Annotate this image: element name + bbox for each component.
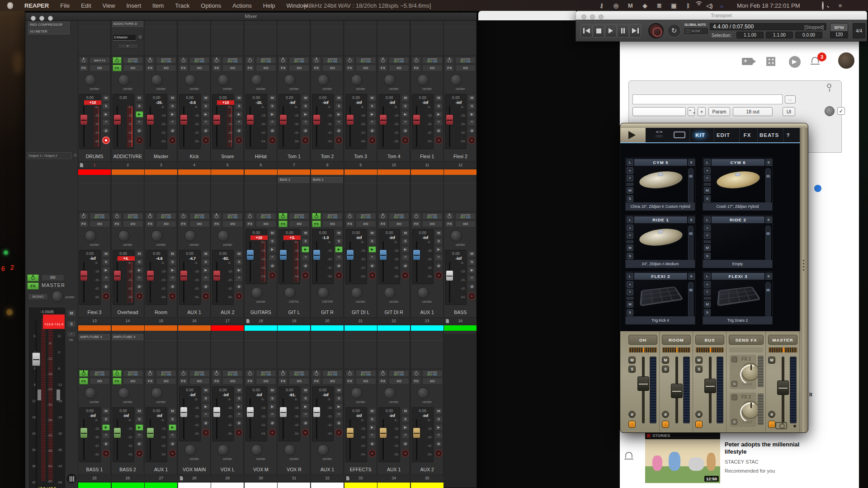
solo-button[interactable]: S <box>202 103 210 109</box>
peak-value[interactable]: -91. <box>283 393 301 397</box>
fx-chain-button[interactable]: FX <box>113 378 122 385</box>
track-color-bar[interactable] <box>278 325 310 331</box>
io-button[interactable]: I/O <box>356 65 376 71</box>
solo-button[interactable]: S <box>368 103 376 109</box>
track-name[interactable]: Tom 3 <box>344 154 377 159</box>
fx-power-button[interactable] <box>113 370 122 377</box>
io-button[interactable]: I/O <box>256 65 276 71</box>
receive-indicator[interactable]: MASTERRCV SND <box>123 57 143 64</box>
env-button[interactable]: ^ <box>368 254 376 261</box>
mute-button[interactable]: M <box>136 251 143 257</box>
kit-piece-name[interactable]: Trig Kick 4 <box>626 316 695 324</box>
pan-knob[interactable] <box>351 287 363 299</box>
env-button[interactable]: ^ <box>468 119 476 126</box>
record-arm-button[interactable] <box>169 136 176 144</box>
fx-chain-button[interactable]: FX <box>79 221 88 227</box>
io-button[interactable]: I/O <box>289 378 309 385</box>
kit-piece-name[interactable]: China 19", Zildjian K Custom Hybrid <box>626 202 695 211</box>
peak-value[interactable]: -1.0 <box>317 235 334 240</box>
env-button[interactable]: ^ <box>235 119 243 126</box>
pan-knob[interactable] <box>184 230 196 242</box>
menu-reaper[interactable]: REAPER <box>24 2 49 9</box>
track-color-bar[interactable] <box>245 169 277 175</box>
peak-value[interactable]: -4.7 <box>184 256 201 261</box>
monitor-button[interactable]: ▶ <box>169 424 176 431</box>
pan-knob[interactable] <box>118 230 130 242</box>
fx-chain-button[interactable]: FX <box>179 378 188 385</box>
fx-chain-button[interactable]: FX <box>146 221 155 227</box>
io-button[interactable]: I/O <box>422 221 443 227</box>
bpm-control[interactable]: BPM 120 <box>830 23 848 38</box>
track-name[interactable]: Flexi 3 <box>78 310 111 315</box>
record-arm-button[interactable] <box>102 292 110 300</box>
track-color-bar[interactable] <box>112 169 144 175</box>
track-color-bar[interactable] <box>145 169 177 175</box>
record-arm-button[interactable] <box>335 136 343 144</box>
env-button[interactable]: ^ <box>401 119 409 126</box>
io-button[interactable]: I/O <box>256 221 276 227</box>
edit-button[interactable]: E <box>765 273 772 280</box>
mute-button[interactable]: M <box>435 408 443 414</box>
plugin-tab-help[interactable]: ? <box>783 128 793 142</box>
receive-indicator[interactable]: MASTERRCV SND <box>156 57 176 64</box>
selection-start[interactable]: 1.1.00 <box>736 32 764 38</box>
youtube-upload-icon[interactable] <box>742 58 753 65</box>
track-color-bar[interactable] <box>311 483 344 488</box>
fx-power-button[interactable] <box>378 370 387 377</box>
solo-button[interactable]: S <box>704 253 711 259</box>
fx-power-button[interactable] <box>445 57 454 64</box>
track-name[interactable]: VOX L <box>211 467 244 472</box>
fx-power-button[interactable] <box>179 370 188 377</box>
io-button[interactable]: I/O <box>222 65 243 71</box>
record-arm-button[interactable] <box>102 450 110 457</box>
slider-handle[interactable] <box>766 232 770 235</box>
fx-power-button[interactable] <box>312 213 321 220</box>
receive-indicator[interactable]: MASTERRCV SND <box>389 57 409 64</box>
prev-button[interactable]: ▲ <box>627 167 633 174</box>
phase-button[interactable]: ø <box>435 263 443 269</box>
preset-combo[interactable] <box>632 107 686 116</box>
peak-value[interactable]: +10 <box>250 235 268 240</box>
peak-value[interactable]: -inf <box>417 100 434 105</box>
receive-indicator[interactable]: MASTERRCV SND <box>189 370 210 377</box>
solo-button[interactable]: S <box>468 103 476 109</box>
solo-button[interactable]: S <box>704 309 711 316</box>
env-button[interactable]: ^ <box>169 275 176 282</box>
solo-button[interactable]: S <box>302 103 309 109</box>
mute-button[interactable]: M <box>302 387 309 394</box>
fx-chain-button[interactable]: FX <box>445 65 454 71</box>
mute-button[interactable]: M <box>401 95 409 101</box>
receive-indicator[interactable]: MASTERRCV SND <box>289 370 309 377</box>
monitor-button[interactable]: ▶ <box>435 424 443 431</box>
fx-enable-checkbox[interactable]: ✓ <box>837 107 845 115</box>
env-button[interactable]: ^ <box>368 432 376 439</box>
master-fx-slot[interactable]: VU METER <box>28 28 70 34</box>
peak-value[interactable]: -inf <box>217 393 234 397</box>
param-button[interactable]: Param <box>708 107 730 116</box>
fx-chain-button[interactable]: FX <box>113 221 122 227</box>
send-target[interactable]: 3:Master <box>113 35 136 41</box>
volume-fader[interactable] <box>413 427 420 438</box>
mute-button[interactable]: M <box>768 357 775 364</box>
phase-button[interactable]: ø <box>435 441 443 447</box>
solo-button[interactable]: S <box>169 103 176 109</box>
pan-knob[interactable] <box>284 444 296 456</box>
pan-knob[interactable] <box>85 387 96 399</box>
env-button[interactable]: ^ <box>136 275 143 282</box>
solo-button[interactable]: S <box>435 238 443 244</box>
fx-chain-button[interactable]: FX <box>412 65 421 71</box>
peak-value[interactable]: -0.5 <box>184 100 201 105</box>
mute-button[interactable]: M <box>235 95 243 101</box>
phase-button[interactable]: ø <box>169 127 176 134</box>
master-solo-button[interactable]: S <box>67 320 76 328</box>
next-button[interactable]: ▼ <box>627 289 633 296</box>
phase-button[interactable]: ø <box>235 283 243 290</box>
volume-fader[interactable] <box>80 427 88 438</box>
mute-button[interactable]: M <box>202 95 210 101</box>
phase-button[interactable]: ø <box>269 127 276 134</box>
monitor-button[interactable]: ▶ <box>401 424 409 431</box>
fx-chain-button[interactable]: FX <box>212 65 221 71</box>
env-button[interactable]: ^ <box>435 119 443 126</box>
fx-power-button[interactable] <box>278 213 288 220</box>
io-button[interactable]: I/O <box>389 378 409 385</box>
